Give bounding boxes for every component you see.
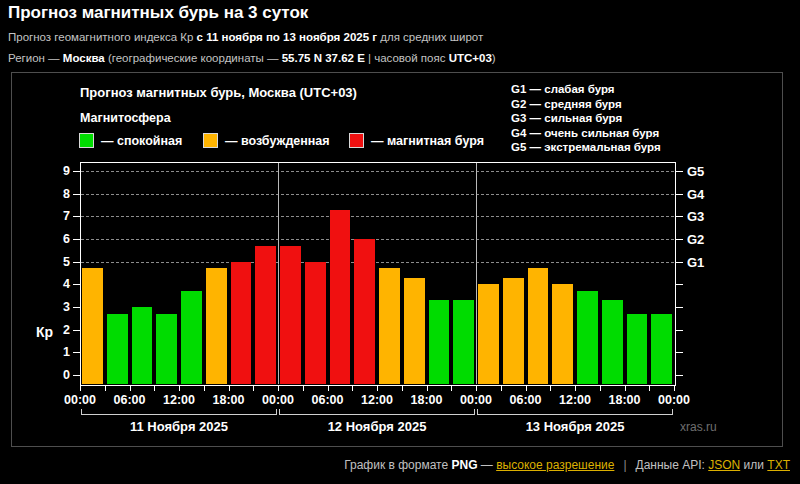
y-axis-tick-left	[73, 216, 80, 217]
legend-label-storm: — магнитная буря	[371, 134, 484, 148]
quiet-color-swatch	[79, 133, 94, 148]
region-label: Регион —	[8, 52, 63, 64]
x-axis-tick	[600, 386, 601, 391]
y-axis-tick-left	[73, 171, 80, 172]
kp-bar	[379, 268, 400, 384]
x-axis-tick	[229, 386, 230, 391]
kp-bar	[305, 262, 326, 384]
grid-line-g2	[81, 239, 674, 240]
kp-bar	[82, 268, 103, 384]
grid-line-g1	[81, 262, 674, 263]
forecast-subtitle-post: для средних широт	[377, 31, 483, 43]
x-axis-tick	[674, 386, 675, 391]
kp-bar	[503, 278, 524, 384]
x-axis-tick	[105, 386, 106, 391]
region-name: Москва	[63, 52, 105, 64]
x-axis-tick	[303, 386, 304, 391]
coords-label: (географические координаты —	[105, 52, 282, 64]
y-tick-label: 6	[46, 232, 70, 247]
y-tick-label: 9	[46, 164, 70, 179]
y-tick-label: 2	[46, 323, 70, 338]
legend-item-storm: — магнитная буря	[349, 133, 484, 148]
high-resolution-link[interactable]: высокое разрешение	[496, 458, 614, 472]
x-axis-tick	[451, 386, 452, 391]
y-axis-tick-right	[676, 171, 683, 172]
x-axis-tick	[80, 386, 81, 391]
kp-bar	[280, 246, 301, 384]
kp-bar	[453, 300, 474, 384]
y-axis-tick-left	[73, 239, 80, 240]
g-scale-g4: G4 — очень сильная буря	[511, 126, 661, 141]
chart-title: Прогноз магнитных бурь, Москва (UTC+03)	[80, 85, 357, 100]
x-axis-tick	[649, 386, 650, 391]
coords-value: 55.75 N 37.62 E	[282, 52, 365, 64]
x-axis-tick	[526, 386, 527, 391]
y-axis-tick-right	[676, 239, 683, 240]
storm-color-swatch	[349, 133, 364, 148]
region-subtitle: Регион — Москва (географические координа…	[8, 52, 496, 64]
x-axis-tick	[253, 386, 254, 391]
kp-bar	[181, 291, 202, 384]
g-scale-g1: G1 — слабая буря	[511, 82, 661, 97]
x-axis-tick	[427, 386, 428, 391]
legend-label-quiet: — спокойная	[101, 134, 182, 148]
g-tick-label: G4	[687, 187, 704, 202]
kp-bar	[107, 314, 128, 384]
y-axis-tick-left	[73, 352, 80, 353]
kp-bar	[255, 246, 276, 384]
y-axis-tick-left	[73, 375, 80, 376]
y-axis-tick-left	[73, 262, 80, 263]
grid-line-g4	[81, 194, 674, 195]
x-tick-label: 00:00	[56, 393, 104, 407]
kp-bar	[132, 307, 153, 384]
x-tick-label: 06:00	[502, 393, 550, 407]
legend-item-quiet: — спокойная	[79, 133, 182, 148]
watermark: xras.ru	[680, 420, 717, 434]
y-axis-tick-left	[73, 307, 80, 308]
x-tick-label: 12:00	[353, 393, 401, 407]
x-tick-label: 06:00	[106, 393, 154, 407]
or-label: или	[740, 458, 767, 472]
y-tick-label: 0	[46, 368, 70, 383]
png-word: PNG	[451, 458, 477, 472]
x-tick-label: 00:00	[650, 393, 698, 407]
grid-line-g3	[81, 216, 674, 217]
y-axis-tick-right	[676, 194, 683, 195]
footer-separator: |	[623, 458, 626, 472]
kp-bar	[552, 284, 573, 384]
timezone-value: UTC+03	[449, 52, 492, 64]
day-bracket	[81, 409, 277, 415]
x-axis-tick	[625, 386, 626, 391]
kp-bar	[206, 268, 227, 384]
y-axis-tick-left	[73, 194, 80, 195]
y-axis-tick-right	[676, 352, 683, 353]
x-axis-tick	[278, 386, 279, 391]
excited-color-swatch	[203, 133, 218, 148]
timezone-label: | часовой пояс	[365, 52, 449, 64]
txt-link[interactable]: TXT	[767, 458, 790, 472]
g-tick-label: G1	[687, 255, 704, 270]
x-axis-tick	[377, 386, 378, 391]
forecast-subtitle-pre: Прогноз геомагнитного индекса Кр	[8, 31, 197, 43]
day-bracket	[477, 409, 673, 415]
x-axis-tick	[204, 386, 205, 391]
kp-bar	[651, 314, 672, 384]
x-axis-tick	[476, 386, 477, 391]
x-axis-tick	[154, 386, 155, 391]
x-tick-label: 00:00	[452, 393, 500, 407]
y-axis-tick-right	[676, 262, 683, 263]
x-tick-label: 12:00	[155, 393, 203, 407]
y-tick-label: 5	[46, 255, 70, 270]
chart-panel: Прогноз магнитных бурь, Москва (UTC+03) …	[11, 72, 783, 447]
footer-dash: —	[477, 458, 496, 472]
api-label: Данные API:	[636, 458, 709, 472]
x-tick-label: 06:00	[304, 393, 352, 407]
kp-bar	[231, 262, 252, 384]
legend-item-excited: — возбужденная	[203, 133, 330, 148]
y-axis-tick-left	[73, 330, 80, 331]
json-link[interactable]: JSON	[708, 458, 740, 472]
x-tick-label: 18:00	[601, 393, 649, 407]
x-axis-tick	[328, 386, 329, 391]
g-scale-g3: G3 — сильная буря	[511, 111, 661, 126]
y-axis-tick-right	[676, 216, 683, 217]
